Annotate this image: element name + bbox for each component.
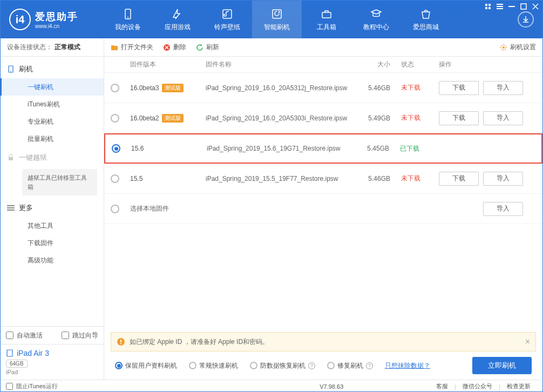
- device-status-bar: 设备连接状态： 正常模式: [1, 38, 104, 57]
- firmware-row[interactable]: 16.0beta3测试版iPad_Spring_2019_16.0_20A531…: [104, 73, 542, 103]
- import-button[interactable]: 导入: [483, 81, 523, 95]
- nav-tabs: 我的设备应用游戏铃声壁纸智能刷机工具箱教程中心爱思商城: [103, 1, 451, 38]
- toolbar: 打开文件夹 删除 刷新 刷机设置: [104, 38, 542, 57]
- win-menu-icon[interactable]: [484, 3, 492, 10]
- download-button[interactable]: 下载: [439, 111, 479, 125]
- refresh-button[interactable]: 刷新: [196, 43, 219, 52]
- sidebar-item[interactable]: iTunes刷机: [1, 96, 104, 113]
- footer-service[interactable]: 客服: [436, 382, 448, 390]
- import-button[interactable]: 导入: [483, 172, 523, 186]
- opt-repair[interactable]: 修复刷机?: [327, 361, 373, 370]
- opt-anti-recovery[interactable]: 防数据恢复刷机?: [250, 361, 315, 370]
- nav-tab-store[interactable]: 爱思商城: [401, 1, 451, 38]
- select-radio[interactable]: [111, 205, 119, 213]
- fw-size: 5.45GB: [357, 145, 400, 152]
- fw-version: 15.6: [131, 145, 144, 152]
- flash-now-button[interactable]: 立即刷机: [472, 357, 532, 374]
- nav-tab-apps[interactable]: 应用游戏: [153, 1, 202, 38]
- firmware-row[interactable]: 15.6iPad_Spring_2019_15.6_19G71_Restore.…: [104, 133, 542, 164]
- firmware-row[interactable]: 15.5iPad_Spring_2019_15.5_19F77_Restore.…: [104, 164, 542, 194]
- help-icon[interactable]: ?: [366, 362, 373, 369]
- col-size: 大小: [358, 60, 401, 69]
- help-icon[interactable]: ?: [308, 362, 315, 369]
- table-header: 固件版本 固件名称 大小 状态 操作: [104, 57, 542, 73]
- download-button[interactable]: 下载: [439, 172, 479, 186]
- firmware-list: 16.0beta3测试版iPad_Spring_2019_16.0_20A531…: [104, 73, 542, 332]
- fw-status: 未下载: [401, 113, 439, 123]
- nav-tab-device[interactable]: 我的设备: [103, 1, 153, 38]
- opt-normal[interactable]: 常规快速刷机: [189, 361, 238, 370]
- sidebar-item[interactable]: 一键刷机: [1, 78, 104, 96]
- local-firmware-label: 选择本地固件: [130, 204, 206, 213]
- sidebar: 设备连接状态： 正常模式 刷机 一键刷机iTunes刷机专业刷机批量刷机 一键越…: [1, 38, 104, 380]
- auto-activate-checkbox[interactable]: [6, 332, 13, 339]
- win-list-icon[interactable]: [496, 3, 504, 10]
- footer-update[interactable]: 检查更新: [507, 382, 531, 390]
- fw-status: 已下载: [400, 144, 438, 153]
- sidebar-item[interactable]: 高级功能: [1, 252, 104, 269]
- import-button[interactable]: 导入: [483, 111, 523, 125]
- svg-rect-20: [7, 350, 12, 356]
- delete-button[interactable]: 删除: [163, 43, 186, 52]
- fw-size: 5.46GB: [358, 175, 401, 183]
- footer-wechat[interactable]: 微信公众号: [463, 382, 492, 390]
- svg-rect-3: [488, 7, 491, 9]
- device-card[interactable]: iPad Air 3 64GB iPad: [1, 344, 104, 380]
- flash-settings-button[interactable]: 刷机设置: [500, 43, 536, 52]
- svg-rect-0: [485, 4, 487, 6]
- col-version: 固件版本: [130, 60, 206, 69]
- select-radio[interactable]: [112, 144, 120, 153]
- svg-point-10: [127, 17, 128, 18]
- logo-icon: i4: [9, 9, 31, 30]
- local-firmware-row[interactable]: 选择本地固件导入: [104, 194, 542, 224]
- sidebar-item[interactable]: 批量刷机: [1, 130, 104, 147]
- sidebar-group-jailbreak[interactable]: 一键越狱: [1, 148, 104, 167]
- flash-options-bar: 保留用户资料刷机 常规快速刷机 防数据恢复刷机? 修复刷机? 只想抹除数据？ 立…: [104, 352, 542, 380]
- svg-rect-17: [7, 205, 15, 206]
- block-itunes-checkbox[interactable]: [6, 383, 13, 390]
- minimize-icon[interactable]: [508, 3, 515, 10]
- svg-rect-19: [7, 209, 15, 211]
- firmware-row[interactable]: 16.0beta2测试版iPad_Spring_2019_16.0_20A530…: [104, 103, 542, 133]
- warning-bar: 如已绑定 Apple ID ，请准备好 Apple ID和密码。 ×: [111, 332, 536, 352]
- close-icon[interactable]: [532, 3, 539, 10]
- beta-badge: 测试版: [162, 84, 184, 92]
- opt-keep-data[interactable]: 保留用户资料刷机: [115, 361, 177, 370]
- app-header: i4 爱思助手 www.i4.cn 我的设备应用游戏铃声壁纸智能刷机工具箱教程中…: [1, 1, 542, 38]
- warning-close-icon[interactable]: ×: [525, 337, 530, 347]
- download-button[interactable]: 下载: [439, 81, 479, 95]
- svg-rect-25: [120, 343, 121, 344]
- svg-rect-13: [322, 12, 331, 18]
- sidebar-item[interactable]: 专业刷机: [1, 113, 104, 130]
- sidebar-item[interactable]: 其他工具: [1, 217, 104, 234]
- erase-only-link[interactable]: 只想抹除数据？: [385, 361, 430, 370]
- device-capacity-badge: 64GB: [6, 360, 28, 368]
- select-radio[interactable]: [111, 114, 119, 123]
- svg-rect-1: [488, 4, 491, 6]
- select-radio[interactable]: [111, 84, 119, 92]
- block-itunes-label: 阻止iTunes运行: [16, 382, 58, 390]
- open-folder-button[interactable]: 打开文件夹: [111, 43, 153, 52]
- sidebar-item[interactable]: 下载固件: [1, 234, 104, 252]
- nav-tab-toolbox[interactable]: 工具箱: [302, 1, 351, 38]
- maximize-icon[interactable]: [520, 3, 527, 10]
- nav-tab-flash[interactable]: 智能刷机: [252, 1, 302, 38]
- fw-size: 5.49GB: [358, 114, 401, 122]
- fw-name: iPad_Spring_2019_15.6_19G71_Restore.ipsw: [207, 145, 357, 152]
- sidebar-group-more[interactable]: 更多: [1, 199, 104, 217]
- svg-rect-8: [521, 4, 526, 9]
- fw-size: 5.46GB: [358, 84, 401, 92]
- fw-version: 16.0beta2: [130, 114, 159, 122]
- svg-rect-16: [9, 157, 13, 160]
- select-radio[interactable]: [111, 174, 119, 183]
- import-button[interactable]: 导入: [483, 202, 523, 216]
- nav-tab-tutorial[interactable]: 教程中心: [351, 1, 401, 38]
- nav-tab-music[interactable]: 铃声壁纸: [202, 1, 252, 38]
- skip-guide-checkbox[interactable]: [62, 332, 69, 339]
- auto-activate-row: 自动激活 跳过向导: [1, 327, 104, 344]
- fw-status: 未下载: [401, 83, 439, 92]
- download-manager-icon[interactable]: [518, 11, 534, 28]
- sidebar-group-flash[interactable]: 刷机: [1, 60, 104, 78]
- warning-icon: [117, 337, 125, 346]
- device-type: iPad: [6, 369, 98, 375]
